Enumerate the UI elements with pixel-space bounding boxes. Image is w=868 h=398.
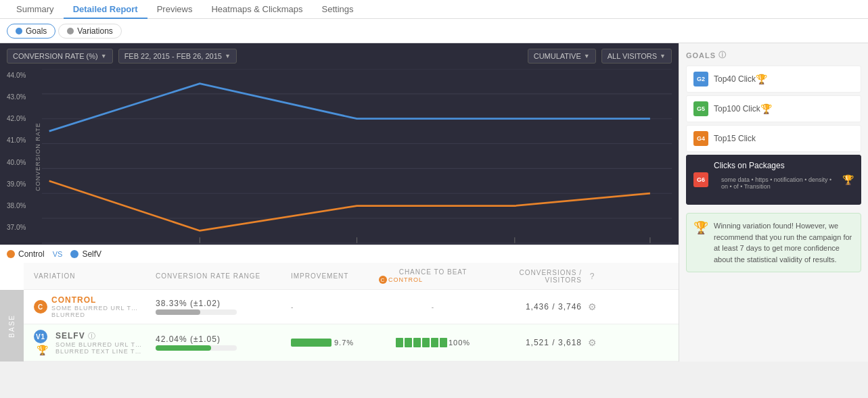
main-content: CONVERSION RATE (%) ▼ FEB 22, 2015 - FEB…	[0, 43, 868, 362]
table-row-v1: V1 🏆 SelfV ⓘ some blurred url text here …	[24, 324, 679, 362]
header-chance: CHANCE TO BEAT C CONTROL	[379, 268, 487, 284]
v1-gear-icon[interactable]: ⚙	[588, 337, 597, 348]
goal-badge-g4: G4	[693, 131, 708, 146]
header-variation: VARIATION	[34, 272, 156, 280]
chart-plot: Feb 22 Feb 23 Feb 24 Feb 25 Feb 26	[42, 69, 672, 245]
v1-chance-bar-3	[413, 338, 421, 347]
control-chance: -	[379, 303, 487, 311]
legend-control[interactable]: Control	[7, 249, 45, 259]
v1-cr-value: 42.04% (±1.05)	[156, 334, 291, 344]
goal-badge-g6: G6	[693, 172, 708, 187]
tab-heatmaps[interactable]: Heatmaps & Clickmaps	[202, 0, 312, 19]
data-table-wrapper: BASE C Control some blurred url text her…	[0, 290, 679, 362]
v1-info-icon: ⓘ	[88, 331, 96, 341]
date-label: FEB 22, 2015 - FEB 26, 2015	[124, 52, 222, 60]
control-action: ⚙	[582, 301, 602, 312]
y-tick-7: 37.0%	[7, 224, 39, 231]
control-info: Control some blurred url text here blurr…	[51, 295, 139, 318]
tab-summary[interactable]: Summary	[7, 0, 64, 19]
date-selector[interactable]: FEB 22, 2015 - FEB 26, 2015 ▼	[118, 49, 237, 64]
info-icon-header: ?	[590, 272, 595, 281]
control-cr-bar-container	[156, 309, 237, 315]
v1-cr-bar	[156, 345, 211, 351]
winning-trophy-icon: 🏆	[693, 220, 708, 265]
control-variation-cell: C Control some blurred url text here blu…	[34, 295, 156, 318]
v1-cr-bar-container	[156, 345, 237, 351]
goal-item-g6[interactable]: G6 Clicks on Packages some data • https …	[686, 155, 861, 205]
v1-cr-range: 42.04% (±1.05)	[156, 334, 291, 351]
cumulative-dropdown-arrow: ▼	[584, 53, 590, 59]
visitors-dropdown-arrow: ▼	[660, 53, 666, 59]
legend-control-dot	[7, 250, 15, 258]
control-url2: blurred	[51, 312, 139, 318]
top-navigation: Summary Detailed Report Previews Heatmap…	[0, 0, 868, 19]
goal-item-g2[interactable]: G2 Top40 Click 🏆	[686, 66, 861, 93]
goal-badge-g2: G2	[693, 72, 708, 86]
v1-chance-value: 100%	[449, 339, 470, 347]
control-name: Control	[51, 295, 139, 305]
v1-chance-bar-2	[405, 338, 412, 347]
v1-chance-bars: 100%	[379, 338, 487, 347]
goals-title: GOALS ⓘ	[686, 50, 861, 60]
visitors-selector[interactable]: ALL VISITORS ▼	[601, 49, 672, 64]
table-header: VARIATION CONVERSION RATE RANGE IMPROVEM…	[24, 263, 679, 290]
data-table-section: VARIATION CONVERSION RATE RANGE IMPROVEM…	[0, 263, 679, 362]
chart-table-section: CONVERSION RATE (%) ▼ FEB 22, 2015 - FEB…	[0, 43, 679, 362]
chart-toolbar: CONVERSION RATE (%) ▼ FEB 22, 2015 - FEB…	[0, 43, 679, 69]
v1-trophy-icon: 🏆	[37, 345, 49, 355]
variations-label: Variations	[77, 26, 112, 36]
goal-sub-g6: some data • https • notification • densi…	[714, 170, 842, 196]
table-row-control: C Control some blurred url text here blu…	[24, 290, 679, 324]
v1-badge-area: V1 🏆	[34, 330, 51, 355]
control-badge-header: C	[379, 276, 387, 284]
goals-dot	[16, 28, 22, 34]
v1-chance-bar-4	[422, 338, 430, 347]
tab-previews[interactable]: Previews	[147, 0, 202, 19]
tab-detailed-report[interactable]: Detailed Report	[64, 0, 147, 19]
metric-label: CONVERSION RATE (%)	[13, 52, 98, 60]
variations-tab[interactable]: Variations	[58, 24, 121, 39]
control-cr-value: 38.33% (±1.02)	[156, 299, 291, 308]
legend-variation-label: SelfV	[82, 249, 101, 259]
date-dropdown-arrow: ▼	[225, 53, 231, 59]
header-chance-sub: C CONTROL	[379, 276, 487, 284]
metric-selector[interactable]: CONVERSION RATE (%) ▼	[7, 49, 113, 64]
header-improvement: IMPROVEMENT	[291, 272, 379, 280]
y-tick-0: 44.0%	[7, 72, 39, 79]
control-cr-range: 38.33% (±1.02)	[156, 299, 291, 315]
winning-banner: 🏆 Winning variation found! However, we r…	[686, 213, 861, 272]
goals-sidebar: GOALS ⓘ G2 Top40 Click 🏆 G5 Top100 Click…	[679, 43, 868, 362]
v1-chance-bar-1	[396, 338, 403, 347]
control-conv-val: 1,436 / 3,746	[526, 302, 582, 312]
legend-variation[interactable]: SelfV	[70, 249, 101, 259]
goals-title-text: GOALS	[686, 51, 716, 59]
v1-name: SelfV	[55, 331, 85, 341]
goal-trophy-g6: 🏆	[842, 174, 854, 185]
goals-tab[interactable]: Goals	[7, 24, 55, 39]
header-chance-label: CHANCE TO BEAT	[379, 268, 487, 276]
v1-chance-bar-5	[431, 338, 438, 347]
winning-text: Winning variation found! However, we rec…	[714, 220, 854, 265]
goal-item-g4[interactable]: G4 Top15 Click	[686, 125, 861, 152]
goal-name-g6: Clicks on Packages	[714, 161, 842, 170]
goal-info-g2: Top40 Click	[714, 74, 756, 84]
goal-name-g2: Top40 Click	[714, 74, 756, 84]
tab-settings[interactable]: Settings	[313, 0, 363, 19]
goal-item-g5[interactable]: G5 Top100 Click 🏆	[686, 95, 861, 122]
v1-url2: blurred text line two here	[55, 348, 143, 355]
orange-line	[49, 181, 650, 231]
cumulative-label: CUMULATIVE	[534, 52, 581, 60]
control-gear-icon[interactable]: ⚙	[588, 301, 597, 312]
chart-svg: Feb 22 Feb 23 Feb 24 Feb 25 Feb 26	[42, 69, 672, 245]
chart-area: 44.0% 43.0% 42.0% 41.0% 40.0% 39.0% 38.0…	[7, 69, 672, 245]
v1-cr-cell: 42.04% (±1.05)	[156, 334, 291, 351]
goal-name-g5: Top100 Click	[714, 104, 760, 114]
legend-variation-dot	[70, 250, 78, 258]
y-tick-2: 42.0%	[7, 115, 39, 122]
cumulative-selector[interactable]: CUMULATIVE ▼	[528, 49, 596, 64]
control-url: some blurred url text here	[51, 305, 139, 312]
v1-improvement-value: 9.7%	[334, 339, 354, 347]
v1-improvement-bar	[291, 339, 332, 347]
goals-label: Goals	[26, 26, 47, 36]
v1-variation-cell: V1 🏆 SelfV ⓘ some blurred url text here …	[34, 330, 156, 355]
